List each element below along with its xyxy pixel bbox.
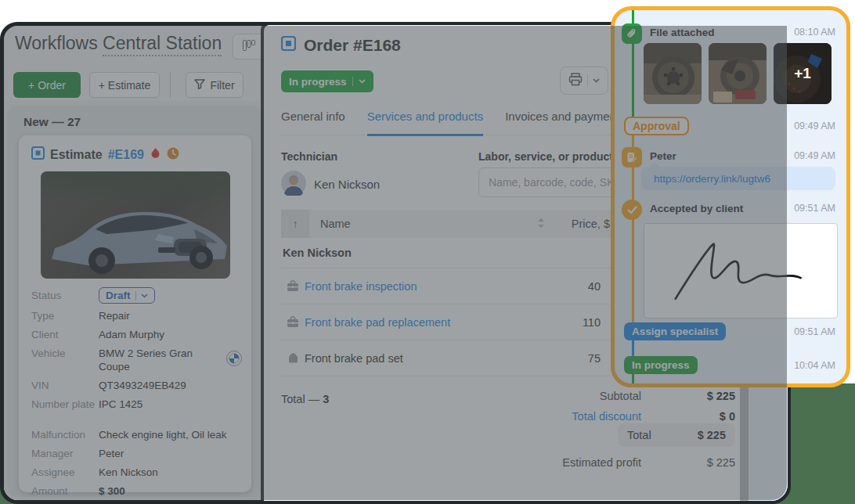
column-header: New — 27: [23, 115, 81, 129]
field-row-status: Status Draft: [31, 289, 242, 304]
estimate-doc-icon: [31, 146, 45, 163]
brake-photo-thumbnail[interactable]: [709, 43, 767, 104]
technician-name: Ken Nickson: [314, 178, 380, 191]
workflows-title: Workflows: [15, 33, 98, 53]
total-row: Total $ 225: [618, 423, 735, 447]
event-label: Accepted by client: [650, 203, 743, 214]
more-photos-overlay: +1: [774, 43, 832, 104]
tab-invoices-and-payments[interactable]: Invoices and payments: [505, 110, 625, 135]
field-row: Assignee Ken Nickson: [31, 466, 242, 479]
labor-label: Labor, service, or product: [478, 150, 613, 163]
filter-button[interactable]: Filter: [186, 72, 244, 98]
field-row: Number plate IPC 1425: [31, 398, 242, 423]
event-time: 09:51 AM: [794, 203, 835, 214]
field-row: Manager Peter: [31, 447, 242, 460]
overdue-clock-icon: [167, 147, 179, 163]
photo-background: [41, 171, 230, 203]
add-estimate-button[interactable]: + Estimate: [89, 72, 160, 98]
print-button[interactable]: [560, 67, 608, 95]
page-title: Workflows Central Station: [15, 33, 244, 54]
check-circle-icon: [622, 200, 642, 220]
status-dropdown-button[interactable]: Draft: [99, 287, 155, 304]
assign-specialist-status-badge[interactable]: Assign specialist: [624, 322, 726, 340]
modal-title: Order #E168: [281, 36, 401, 55]
order-doc-icon: [281, 36, 296, 55]
tab-services-and-products[interactable]: Services and products: [367, 110, 483, 136]
subtotal-row: Subtotal $ 225: [483, 390, 735, 402]
service-price: 40: [533, 280, 601, 293]
field-row-vehicle: Vehicle BMW 2 Series Gran Coupe: [31, 347, 242, 373]
service-briefcase-icon: [281, 316, 305, 328]
field-row-amount: Amount $ 300: [31, 484, 242, 498]
sort-order-column[interactable]: ↑: [281, 210, 309, 238]
order-link[interactable]: https://orderry.link/lugtw6: [654, 173, 770, 185]
event-time: 09:49 AM: [794, 121, 835, 131]
vehicle-photo[interactable]: [41, 171, 230, 279]
service-link[interactable]: Front brake inspection: [305, 280, 533, 293]
technician-row[interactable]: Ken Nickson: [281, 171, 380, 198]
brake-photo-thumbnail-more[interactable]: +1: [774, 43, 832, 104]
screenshot-scene: Workflows Central Station + Order + Esti…: [0, 0, 855, 504]
technician-label: Technician: [281, 150, 337, 163]
estimate-card[interactable]: Estimate #E169: [19, 135, 251, 492]
service-briefcase-icon: [281, 280, 305, 292]
tab-general-info[interactable]: General info: [281, 110, 345, 135]
product-price: 75: [533, 352, 601, 365]
approval-status-badge[interactable]: Approval: [624, 117, 689, 135]
toolbar-divider: [170, 72, 171, 98]
order-status-dropdown[interactable]: In progress: [281, 70, 373, 92]
urgent-flame-icon: [150, 147, 161, 163]
attached-photos: +1: [644, 43, 832, 104]
table-total-count: Total —3: [281, 393, 329, 405]
chevron-down-icon: [141, 293, 148, 298]
column-header-name[interactable]: Name: [309, 210, 544, 238]
event-time: 08:10 AM: [794, 27, 835, 38]
discount-row: Total discount $ 0: [483, 410, 735, 423]
field-row: Client Adam Murphy: [31, 328, 242, 341]
note-pencil-icon: [622, 147, 642, 167]
estimated-profit-row: Estimated profit $ 225: [483, 456, 735, 469]
part-icon: [281, 352, 305, 364]
event-time: 09:51 AM: [794, 326, 835, 337]
estimate-number-link[interactable]: #E169: [108, 148, 144, 162]
field-row: Type Repair: [31, 309, 242, 322]
event-label: File attached: [650, 27, 715, 38]
funnel-icon: [194, 79, 205, 92]
add-order-button[interactable]: + Order: [13, 72, 81, 98]
board-name-selector[interactable]: Central Station: [103, 33, 222, 56]
printer-icon: [568, 73, 583, 88]
service-link[interactable]: Front brake pad replacement: [305, 316, 533, 329]
kanban-column-new: New — 27 Estimate #E169: [8, 106, 262, 497]
estimate-label: Estimate: [50, 148, 103, 162]
chevron-down-icon[interactable]: [593, 78, 600, 83]
shared-link-bubble: https://orderry.link/lugtw6: [641, 167, 835, 190]
brake-photo-thumbnail[interactable]: [644, 43, 702, 104]
technician-avatar: [281, 171, 306, 198]
client-signature-box: [644, 223, 838, 319]
product-name: Front brake pad set: [305, 352, 533, 365]
button-divider: [135, 291, 136, 301]
column-header-price[interactable]: Price, $: [544, 210, 619, 238]
bmw-logo-icon: [226, 351, 242, 369]
service-price: 110: [533, 316, 601, 329]
field-row: VIN QT3493249EB429: [31, 379, 242, 392]
event-time: 09:49 AM: [794, 150, 835, 161]
badge-divider: [352, 77, 353, 86]
sort-icon: [538, 218, 544, 230]
chevron-down-icon: [359, 79, 366, 84]
event-label: Peter: [650, 150, 676, 162]
field-label: Status: [31, 289, 99, 304]
total-discount-link[interactable]: Total discount: [483, 410, 641, 423]
estimate-card-fields: Status Draft Type: [31, 289, 242, 500]
event-time: 10:04 AM: [794, 360, 835, 371]
in-progress-status-badge[interactable]: In progress: [624, 356, 698, 374]
paperclip-icon: [622, 23, 642, 44]
button-divider: [587, 74, 588, 87]
kanban-columns-icon: [243, 40, 255, 54]
activity-timeline-panel: File attached 08:10 AM +1 Approval 09:49…: [611, 6, 850, 387]
signature-scribble: [662, 233, 819, 308]
field-row: Malfunction Check engine light, Oil leak: [31, 428, 242, 441]
